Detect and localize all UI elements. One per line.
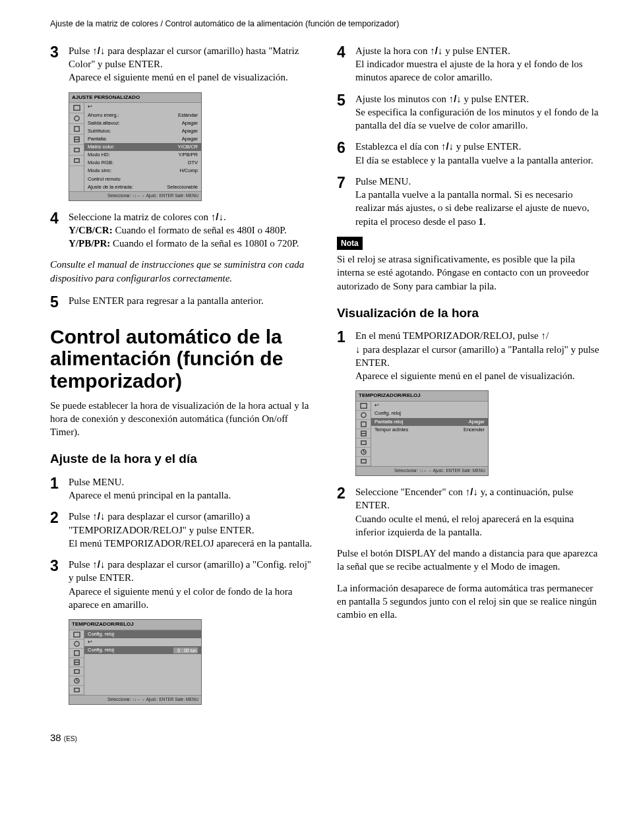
menu-row: ↩ bbox=[371, 402, 488, 409]
menu-row: Modo sinc:H/Comp bbox=[84, 167, 201, 175]
menu-row: Config. reloj bbox=[84, 630, 201, 638]
step-number-1: 1 bbox=[50, 475, 69, 502]
up-down-arrow-icon: ↑/↓ bbox=[92, 45, 105, 56]
up-down-arrow-icon: ↑/↓ bbox=[430, 45, 442, 56]
svg-rect-10 bbox=[74, 670, 78, 674]
menu-row: Modo RGB:DTV bbox=[84, 159, 201, 167]
menu-row: Config. reloj bbox=[371, 409, 488, 417]
up-down-arrow-icon: ↑/↓ bbox=[465, 486, 478, 497]
menu-icon bbox=[69, 135, 84, 145]
right-column: 4 Ajuste la hora con ↑/↓ y pulse ENTER. … bbox=[337, 44, 603, 714]
svg-rect-12 bbox=[74, 688, 78, 692]
subsection-heading-viz: Visualización de la hora bbox=[337, 305, 603, 322]
svg-rect-2 bbox=[74, 127, 78, 131]
menu-icon bbox=[356, 438, 371, 448]
step-1-body: Pulse MENU.Aparece el menú principal en … bbox=[69, 475, 316, 502]
step-number-1v: 1 bbox=[337, 329, 355, 382]
menu-icon bbox=[356, 457, 371, 466]
menu-footer: Seleccionar: ↑↓←→ Ajust.: ENTER Salir: M… bbox=[69, 695, 201, 704]
svg-point-7 bbox=[74, 642, 78, 646]
svg-rect-6 bbox=[73, 632, 79, 637]
menu-icon bbox=[69, 649, 84, 658]
up-down-arrow-icon: ↑/↓ bbox=[92, 558, 105, 570]
step-6r-body: Establezca el día con ↑/↓ y pulse ENTER.… bbox=[355, 140, 603, 167]
svg-rect-19 bbox=[361, 460, 365, 464]
menu-icon bbox=[69, 103, 84, 113]
menu-row: Pantalla:Apagar bbox=[84, 135, 201, 143]
menu-title: TEMPORIZADOR/RELOJ bbox=[356, 391, 488, 402]
step-3b-body: Pulse ↑/↓ para desplazar el cursor (amar… bbox=[69, 558, 316, 611]
clock-icon bbox=[356, 448, 371, 457]
section-intro: Se puede establecer la hora de visualiza… bbox=[50, 399, 316, 439]
step-number-3: 3 bbox=[50, 44, 69, 84]
menu-row: Tempor act/desEncender bbox=[371, 426, 488, 434]
menu-ajuste-personalizado: AJUSTE PERSONALIZADO ↩ Ahorro energ.:Est… bbox=[69, 92, 202, 201]
menu-icon-strip bbox=[69, 103, 84, 191]
menu-icon bbox=[69, 145, 84, 156]
step-number-4: 4 bbox=[50, 210, 69, 251]
step-4-body: Seleccione la matriz de colores con ↑/↓.… bbox=[69, 210, 316, 251]
svg-rect-0 bbox=[73, 105, 79, 110]
menu-row: Control remoto bbox=[84, 175, 201, 183]
step-7r-body: Pulse MENU. La pantalla vuelve a la pant… bbox=[355, 175, 603, 228]
step-number-2: 2 bbox=[50, 510, 69, 550]
up-down-arrow-icon: ↑/↓ bbox=[441, 140, 454, 152]
menu-icon bbox=[356, 429, 371, 438]
svg-point-1 bbox=[74, 116, 78, 121]
menu-icon bbox=[356, 411, 371, 420]
up-arrow-icon: ↑ bbox=[541, 330, 546, 341]
svg-rect-4 bbox=[74, 148, 78, 152]
step-number-7r: 7 bbox=[337, 175, 355, 228]
svg-rect-13 bbox=[360, 404, 366, 408]
step-5-body: Pulse ENTER para regresar a la pantalla … bbox=[69, 294, 316, 310]
step-1v-body: En el menú TEMPORIZADOR/RELOJ, pulse ↑/ … bbox=[355, 329, 603, 382]
nota-label: Nota bbox=[337, 237, 363, 250]
menu-row-highlighted: Pantalla relojApagar bbox=[371, 418, 488, 426]
svg-rect-8 bbox=[74, 651, 78, 655]
menu-icon bbox=[69, 124, 84, 135]
nota-text: Si el reloj se atrasa significativamente… bbox=[337, 253, 603, 293]
menu-row: Modo HD:Y/PB/PR bbox=[84, 151, 201, 159]
menu-icon bbox=[69, 686, 84, 695]
up-down-arrow-icon: ↑/↓ bbox=[92, 510, 105, 522]
down-arrow-icon: ↓ bbox=[355, 344, 361, 355]
menu-row: Subtítulos:Apagar bbox=[84, 127, 201, 135]
up-down-arrow-icon: ↑/↓ bbox=[211, 211, 224, 222]
menu-row-highlighted: Matriz color:Y/CB/CR bbox=[84, 143, 201, 151]
menu-footer: Seleccionar: ↑↓←→ Ajust.: ENTER Salir: M… bbox=[356, 466, 488, 475]
tail-paragraph-2: La información desaparece de forma autom… bbox=[337, 582, 603, 622]
step-5r-body: Ajuste los minutos con ↑/↓ y pulse ENTER… bbox=[355, 92, 603, 133]
menu-icon bbox=[69, 630, 84, 640]
menu-icon bbox=[69, 658, 84, 667]
step-2v-body: Seleccione "Encender" con ↑/↓ y, a conti… bbox=[355, 485, 603, 539]
svg-point-14 bbox=[361, 413, 365, 417]
menu-icon bbox=[356, 420, 371, 429]
section-heading: Control automático de la alimentación (f… bbox=[50, 326, 316, 392]
svg-rect-15 bbox=[361, 422, 365, 427]
step-2-body: Pulse ↑/↓ para desplazar el cursor (amar… bbox=[69, 510, 316, 550]
menu-row: Salida altavoz:Apagar bbox=[84, 119, 201, 127]
step-4r-body: Ajuste la hora con ↑/↓ y pulse ENTER. El… bbox=[355, 44, 603, 84]
menu-row: ↩ bbox=[84, 638, 201, 646]
menu-temporizador-reloj-pantalla: TEMPORIZADOR/RELOJ ↩ Config. reloj Panta… bbox=[355, 390, 489, 476]
tail-paragraph-1: Pulse el botón DISPLAY del mando a dista… bbox=[337, 547, 603, 574]
up-down-arrow-icon: ↑/↓ bbox=[449, 93, 462, 104]
step-number-6r: 6 bbox=[337, 140, 355, 167]
menu-icon bbox=[69, 640, 84, 649]
step-number-3b: 3 bbox=[50, 558, 69, 611]
menu-icon bbox=[356, 402, 371, 411]
step-number-5r: 5 bbox=[337, 92, 355, 133]
menu-title: TEMPORIZADOR/RELOJ bbox=[69, 620, 201, 630]
step-number-2v: 2 bbox=[337, 485, 355, 539]
svg-rect-5 bbox=[74, 159, 78, 163]
menu-footer: Seleccionar: ↑↓←→ Ajust.: ENTER Salir: M… bbox=[69, 191, 201, 200]
menu-icon bbox=[69, 667, 84, 676]
step-3-body: Pulse ↑/↓ para desplazar el cursor (amar… bbox=[69, 44, 316, 84]
page-number: 38 (ES) bbox=[50, 731, 603, 744]
menu-title: AJUSTE PERSONALIZADO bbox=[69, 93, 201, 104]
left-column: 3 Pulse ↑/↓ para desplazar el cursor (am… bbox=[50, 44, 316, 714]
menu-icon-strip bbox=[69, 630, 84, 695]
italic-note: Consulte el manual de instrucciones que … bbox=[50, 258, 316, 285]
clock-icon bbox=[69, 676, 84, 686]
menu-icon-strip bbox=[356, 402, 371, 466]
